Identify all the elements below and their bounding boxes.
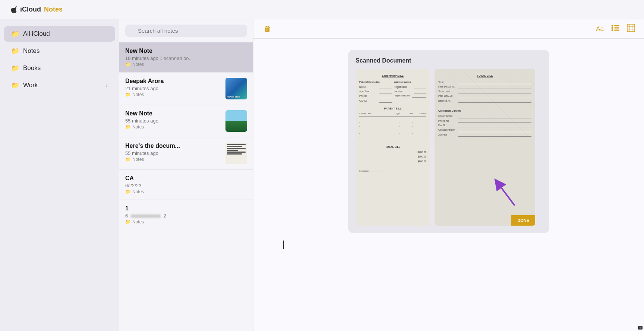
note-toolbar: 🗑 Aa xyxy=(253,19,644,39)
note-item[interactable]: CA 6/22/23 📁 Notes xyxy=(119,170,253,200)
delete-button[interactable]: 🗑 xyxy=(262,23,273,35)
pawan-store-thumb: Pawan Store xyxy=(225,78,247,99)
scanned-document: Scanned Document Laboratory BILL Patient… xyxy=(348,50,549,233)
folder-icon-sm: 📁 xyxy=(125,92,131,97)
note-item[interactable]: 1 6 2 📁 Notes xyxy=(119,200,253,230)
folder-icon-sm: 📁 xyxy=(125,157,131,162)
svg-line-12 xyxy=(498,183,515,206)
note-title: New Note xyxy=(125,48,247,54)
text-cursor-area[interactable] xyxy=(268,233,629,258)
doc-page-right-content: TOTAL BILL Total Less Discounts To be pa… xyxy=(435,69,535,142)
doc-page-right[interactable]: TOTAL BILL Total Less Discounts To be pa… xyxy=(435,69,535,226)
note-folder-label: Notes xyxy=(132,62,144,67)
patient-bill-heading: PATIENT BILL xyxy=(359,106,426,111)
note-folder-label: Notes xyxy=(132,124,144,130)
note-time: 6/22/23 xyxy=(125,183,141,188)
note-content: Here's the docum... 55 minutes ago 📁 Not… xyxy=(125,143,222,162)
note-item[interactable]: New Note 18 minutes ago 1 scanned do... … xyxy=(119,42,253,73)
svg-rect-3 xyxy=(614,28,619,29)
sidebar: 📁 All iCloud 📁 Notes 📁 Books 📁 Work › xyxy=(0,19,119,331)
note-subtitle: 1 scanned do... xyxy=(160,55,193,61)
note-item[interactable]: New Note 55 minutes ago 📁 Notes xyxy=(119,105,253,137)
folder-icon: 📁 xyxy=(11,81,19,89)
scanned-doc-title: Scanned Document xyxy=(356,57,542,64)
note-thumbnail xyxy=(225,110,247,132)
note-folder: 📁 Notes xyxy=(125,92,222,97)
arrow-indicator xyxy=(490,176,517,211)
note-content: Deepak Arora 21 minutes ago 📁 Notes xyxy=(125,78,222,97)
note-thumbnail: Sig xyxy=(225,143,247,164)
done-button[interactable]: DONE xyxy=(511,215,535,226)
doc-page-left[interactable]: Laboratory BILL Patient Information Name… xyxy=(356,69,430,226)
sidebar-item-label: All iCloud xyxy=(23,30,50,38)
note-folder: 📁 Notes xyxy=(125,157,222,162)
svg-rect-6 xyxy=(627,24,635,32)
notes-list-panel: 🔍 New Note 18 minutes ago 1 scanned do..… xyxy=(119,19,253,331)
doc-page-content: Laboratory BILL Patient Information Name… xyxy=(356,69,430,178)
list-button[interactable] xyxy=(611,25,619,33)
main-layout: 📁 All iCloud 📁 Notes 📁 Books 📁 Work › 🔍 xyxy=(0,19,644,331)
text-cursor xyxy=(283,241,284,249)
note-body[interactable]: Scanned Document Laboratory BILL Patient… xyxy=(253,39,644,331)
note-meta: 6/22/23 xyxy=(125,183,247,188)
sidebar-item-work[interactable]: 📁 Work › xyxy=(4,77,115,93)
svg-point-2 xyxy=(612,27,613,29)
search-bar: 🔍 xyxy=(119,19,253,42)
total-bill-heading: TOTAL BILL xyxy=(359,145,426,149)
titlebar: iCloud Notes xyxy=(0,0,644,19)
note-time: 55 minutes ago xyxy=(125,118,158,124)
font-button[interactable]: Aa xyxy=(596,25,604,33)
note-meta: 18 minutes ago 1 scanned do... xyxy=(125,55,247,61)
note-content: New Note 18 minutes ago 1 scanned do... … xyxy=(125,48,247,67)
note-item[interactable]: Here's the docum... 55 minutes ago 📁 Not… xyxy=(119,137,253,170)
sidebar-item-books[interactable]: 📁 Books xyxy=(4,60,115,76)
doc-pages: Laboratory BILL Patient Information Name… xyxy=(356,69,542,226)
mountain-thumb xyxy=(225,110,247,132)
note-time: 18 minutes ago xyxy=(125,55,158,61)
note-folder: 📁 Notes xyxy=(125,189,247,194)
note-meta: 21 minutes ago xyxy=(125,86,222,91)
note-title: Here's the docum... xyxy=(125,143,222,149)
sidebar-item-label: Books xyxy=(23,64,41,72)
folder-icon: 📁 xyxy=(11,64,19,72)
sidebar-item-notes[interactable]: 📁 Notes xyxy=(4,43,115,59)
note-content: New Note 55 minutes ago 📁 Notes xyxy=(125,110,222,130)
chevron-right-icon: › xyxy=(106,82,108,88)
apple-logo-icon xyxy=(10,6,17,13)
note-content: CA 6/22/23 📁 Notes xyxy=(125,175,247,194)
note-meta: 6 2 xyxy=(125,213,247,219)
search-input[interactable] xyxy=(125,25,247,37)
sidebar-item-all-icloud[interactable]: 📁 All iCloud xyxy=(4,26,115,42)
note-folder-label: Notes xyxy=(132,189,144,194)
note-thumbnail: Pawan Store xyxy=(225,78,247,99)
svg-rect-5 xyxy=(614,30,619,31)
note-folder: 📁 Notes xyxy=(125,124,222,130)
document-thumb: Sig xyxy=(225,143,247,164)
svg-point-0 xyxy=(612,25,613,27)
note-meta: 55 minutes ago xyxy=(125,118,222,124)
notes-scroll: New Note 18 minutes ago 1 scanned do... … xyxy=(119,42,253,331)
svg-rect-1 xyxy=(614,25,619,26)
svg-point-4 xyxy=(612,29,613,31)
note-count: 2 xyxy=(163,213,166,219)
folder-icon-sm: 📁 xyxy=(125,62,131,67)
total-bill-right-heading: TOTAL BILL xyxy=(438,74,531,78)
note-content: 1 6 2 📁 Notes xyxy=(125,205,247,225)
note-folder-label: Notes xyxy=(132,157,144,162)
table-button[interactable] xyxy=(627,24,635,34)
note-time: 21 minutes ago xyxy=(125,86,158,91)
note-folder-label: Notes xyxy=(132,219,144,225)
notes-label: Notes xyxy=(44,6,63,13)
note-title: Deepak Arora xyxy=(125,78,222,85)
folder-icon: 📁 xyxy=(11,47,19,55)
note-title: 1 xyxy=(125,205,247,212)
sidebar-item-label: Work xyxy=(23,82,38,89)
note-folder: 📁 Notes xyxy=(125,219,247,225)
sidebar-item-label: Notes xyxy=(23,47,40,55)
note-title: New Note xyxy=(125,110,222,117)
note-time: 6 xyxy=(125,213,128,219)
note-title: CA xyxy=(125,175,247,182)
note-item[interactable]: Deepak Arora 21 minutes ago 📁 Notes Pawa… xyxy=(119,73,253,105)
note-detail-panel: 🗑 Aa xyxy=(253,19,644,331)
folder-icon-sm: 📁 xyxy=(125,189,131,194)
